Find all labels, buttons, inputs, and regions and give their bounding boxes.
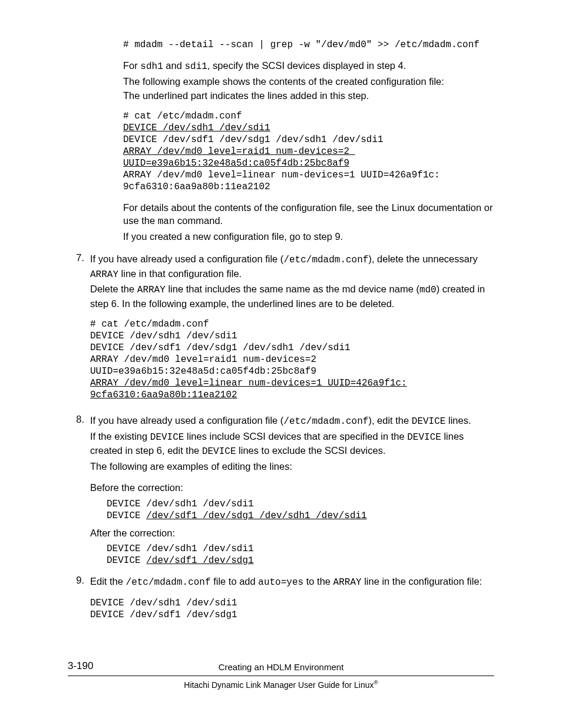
code-line: DEVICE /dev/sdf1 /dev/sdg1: [90, 610, 237, 620]
code-line: 9cfa6310:6aa9a80b:11ea2102: [90, 390, 237, 400]
s7-p2: Delete the ARRAY line that includes the …: [90, 282, 494, 310]
code-line: UUID=e39a6b15:32e48a5d:ca05f4db:25bc8af9: [123, 158, 349, 169]
code-line: /dev/sdf1 /dev/sdg1: [146, 555, 253, 566]
code-inline: ARRAY: [90, 269, 118, 280]
s8-p2: If the existing DEVICE lines include SCS…: [90, 430, 494, 459]
code-inline: DEVICE: [407, 432, 441, 443]
text: lines.: [445, 415, 471, 426]
text: and: [163, 60, 185, 71]
step-8: 8. If you have already used a configurat…: [68, 413, 494, 570]
page-footer: 3-190 Creating an HDLM Environment Hitac…: [68, 660, 494, 690]
text: , specify the SCSI devices displayed in …: [207, 60, 406, 71]
text: line in the configuration file:: [362, 576, 482, 587]
chapter-title: Creating an HDLM Environment: [115, 661, 447, 673]
code-inline: DEVICE: [202, 446, 236, 457]
text: line in that configuration file.: [118, 268, 242, 279]
code-inline: /etc/mdadm.conf: [283, 416, 368, 427]
text: lines to exclude the SCSI devices.: [236, 445, 385, 456]
doc-title: Hitachi Dynamic Link Manager User Guide …: [68, 678, 494, 691]
document-page: # mdadm --detail --scan | grep -w "/dev/…: [0, 0, 562, 714]
step-number: 7.: [68, 251, 90, 404]
step-number: 9.: [68, 574, 90, 625]
config-example-1: # cat /etc/mdadm.conf DEVICE /dev/sdh1 /…: [123, 110, 494, 193]
code-line: # cat /etc/mdadm.conf: [123, 111, 242, 121]
intro-p4: For details about the contents of the co…: [123, 201, 494, 229]
code-inline: DEVICE: [412, 416, 446, 427]
footer-row: 3-190 Creating an HDLM Environment: [68, 660, 494, 676]
before-label: Before the correction:: [90, 481, 494, 494]
intro-p1: For sdh1 and sdi1, specify the SCSI devi…: [123, 59, 494, 74]
text: to the: [303, 576, 333, 587]
text: Delete the: [90, 284, 137, 294]
code-line: ARRAY /dev/md0 level=raid1 num-devices=2: [123, 146, 355, 157]
code-line: ARRAY /dev/md0 level=raid1 num-devices=2: [90, 354, 322, 365]
code-line: UUID=e39a6b15:32e48a5d:ca05f4db:25bc8af9: [90, 366, 316, 377]
text: If you have already used a configuration…: [90, 253, 283, 264]
text: If you have already used a configuration…: [90, 415, 283, 426]
s9-block: DEVICE /dev/sdh1 /dev/sdi1 DEVICE /dev/s…: [90, 597, 494, 621]
code-inline: /etc/mdadm.conf: [126, 577, 211, 588]
text: Edit the: [90, 576, 126, 587]
step-number: 8.: [68, 413, 90, 570]
code-line: DEVICE: [107, 555, 146, 566]
intro-p2: The following example shows the contents…: [123, 75, 494, 88]
code-inline: sdh1: [140, 61, 163, 72]
step-7: 7. If you have already used a configurat…: [68, 251, 494, 404]
config-example-2: # cat /etc/mdadm.conf DEVICE /dev/sdh1 /…: [90, 318, 494, 401]
text: ), delete the unnecessary: [368, 253, 477, 264]
step-9: 9. Edit the /etc/mdadm.conf file to add …: [68, 574, 494, 625]
code-inline: ARRAY: [137, 285, 166, 295]
before-block: DEVICE /dev/sdh1 /dev/sdi1 DEVICE /dev/s…: [90, 498, 494, 522]
text: command.: [175, 215, 223, 226]
s9-p1: Edit the /etc/mdadm.conf file to add aut…: [90, 575, 494, 589]
code-line: # cat /etc/mdadm.conf: [90, 319, 209, 330]
s8-p1: If you have already used a configuration…: [90, 414, 494, 429]
code-line: DEVICE /dev/sdh1 /dev/sdi1: [90, 598, 237, 608]
after-block: DEVICE /dev/sdh1 /dev/sdi1 DEVICE /dev/s…: [90, 543, 494, 566]
code-inline: man: [158, 216, 175, 227]
step-body: Edit the /etc/mdadm.conf file to add aut…: [90, 574, 494, 625]
registered-mark: ®: [373, 679, 378, 686]
text: lines include SCSI devices that are spec…: [184, 431, 407, 442]
code-inline: /etc/mdadm.conf: [283, 255, 368, 265]
text: Hitachi Dynamic Link Manager User Guide …: [184, 680, 373, 690]
text: line that includes the same name as the …: [166, 284, 419, 294]
code-line: ARRAY /dev/md0 level=linear num-devices=…: [90, 378, 407, 388]
intro-block: # mdadm --detail --scan | grep -w "/dev/…: [68, 39, 494, 243]
after-label: After the correction:: [90, 526, 494, 539]
text: For: [123, 60, 140, 71]
code-inline: auto=yes: [258, 577, 303, 588]
code-inline: DEVICE: [150, 432, 184, 443]
code-line: ARRAY /dev/md0 level=linear num-devices=…: [123, 170, 440, 180]
step-body: If you have already used a configuration…: [90, 413, 494, 570]
code-line: /dev/sdf1 /dev/sdg1 /dev/sdh1 /dev/sdi1: [146, 510, 366, 521]
code-inline: md0: [419, 285, 437, 295]
command-line: # mdadm --detail --scan | grep -w "/dev/…: [123, 39, 494, 51]
code-line: DEVICE /dev/sdh1 /dev/sdi1: [107, 543, 254, 554]
code-line: DEVICE: [107, 510, 146, 521]
text: file to add: [211, 576, 259, 587]
s8-p3: The following are examples of editing th…: [90, 460, 494, 473]
intro-p3: The underlined part indicates the lines …: [123, 89, 494, 102]
page-number: 3-190: [68, 660, 115, 673]
intro-p5: If you created a new configuration file,…: [123, 230, 494, 243]
code-line: DEVICE /dev/sdf1 /dev/sdg1 /dev/sdh1 /de…: [90, 342, 351, 353]
step-body: If you have already used a configuration…: [90, 251, 494, 404]
code-inline: ARRAY: [333, 577, 362, 588]
code-line: 9cfa6310:6aa9a80b:11ea2102: [123, 182, 270, 192]
text: ), edit the: [368, 415, 411, 426]
code-inline: sdi1: [184, 61, 207, 72]
code-line: DEVICE /dev/sdh1 /dev/sdi1: [123, 123, 270, 133]
code-line: DEVICE /dev/sdf1 /dev/sdg1 /dev/sdh1 /de…: [123, 134, 384, 145]
text: If the existing: [90, 431, 150, 442]
code-line: DEVICE /dev/sdh1 /dev/sdi1: [90, 331, 237, 341]
code-line: DEVICE /dev/sdh1 /dev/sdi1: [107, 499, 254, 509]
s7-p1: If you have already used a configuration…: [90, 252, 494, 281]
